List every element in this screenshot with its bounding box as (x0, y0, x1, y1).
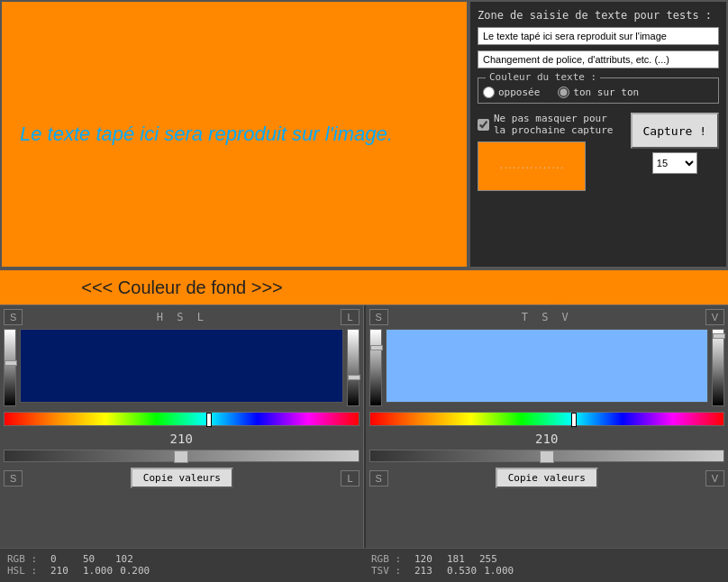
left-color-box[interactable] (20, 329, 343, 403)
left-bottom-s-btn[interactable]: S (4, 470, 23, 487)
left-vert-slider[interactable] (4, 329, 16, 406)
status-s-right: 0.530 (447, 565, 477, 577)
radio-ton-label[interactable]: ton sur ton (558, 86, 639, 98)
right-hue-bar[interactable] (369, 412, 725, 426)
status-g-right: 181 (447, 553, 472, 565)
right-swatch-row (369, 329, 725, 406)
right-v-slider-area (369, 329, 382, 406)
left-title: <<< Couleur de fond >>> (81, 277, 283, 298)
canvas-text: Le texte tapé ici sera reproduit sur l'i… (20, 123, 393, 146)
radio-opposee-label[interactable]: opposée (483, 86, 540, 98)
color-pickers: S H S L L 210 (0, 305, 728, 548)
left-hsl-label: H S L (23, 311, 341, 323)
left-top-s-btn[interactable]: S (4, 309, 23, 325)
status-g-left: 50 (83, 553, 108, 565)
left-picker-panel: S H S L L 210 (0, 305, 364, 548)
num-select[interactable]: 10 12 15 20 25 (652, 152, 697, 174)
right-bottom-v-btn[interactable]: V (705, 470, 724, 487)
color-group: Couleur du texte : opposée ton sur ton (478, 77, 719, 104)
left-hue-value: 210 (4, 432, 359, 446)
left-swatch-row (4, 329, 359, 406)
preview-box: ............... (478, 141, 586, 191)
left-h-slider[interactable] (4, 450, 359, 462)
status-s-left: 1.000 (83, 565, 113, 577)
left-v-slider-area (4, 329, 16, 406)
left-h-thumb (174, 450, 188, 463)
right-color-box[interactable] (386, 329, 709, 403)
left-hue-bar[interactable] (4, 412, 359, 426)
status-t-right: 213 (414, 565, 440, 577)
radio-row: opposée ton sur ton (483, 86, 714, 98)
mid-left: <<< Couleur de fond >>> (0, 270, 364, 305)
status-right: RGB : 120 181 255 TSV : 213 0.530 1.000 (364, 549, 728, 580)
status-r-left: 0 (50, 553, 76, 565)
right-picker-header: S T S V V (369, 309, 725, 325)
status-h-left: 210 (50, 565, 76, 577)
right-title: >>> Couleur opposée <<< (441, 277, 651, 298)
right-vert-slider-right[interactable] (712, 329, 724, 406)
right-vert-thumb (370, 345, 383, 350)
middle-band: <<< Couleur de fond >>> >>> Couleur oppo… (0, 270, 728, 305)
status-bar: RGB : 0 50 102 HSL : 210 1.000 0.200 RGB… (0, 548, 728, 580)
status-rgb-left-label: RGB : (7, 553, 43, 565)
canvas-area: Le texte tapé ici sera reproduit sur l'i… (0, 0, 469, 268)
status-l-left: 0.200 (120, 565, 150, 577)
left-vert-thumb (5, 360, 17, 366)
status-left: RGB : 0 50 102 HSL : 210 1.000 0.200 (0, 549, 364, 580)
zone-label: Zone de saisie de texte pour tests : (478, 9, 719, 22)
left-vert-slider-right[interactable] (347, 329, 359, 406)
left-picker-footer: S Copie valeurs L (4, 468, 359, 488)
right-picker-panel: S T S V V 210 (366, 305, 729, 548)
status-rgb-right-label: RGB : (371, 553, 407, 565)
status-hsl-left: HSL : 210 1.000 0.200 (7, 565, 357, 577)
text-input-1[interactable] (478, 27, 719, 45)
left-v-slider-right-area (347, 329, 359, 406)
left-bottom-l-btn[interactable]: L (341, 470, 359, 487)
right-hue-value: 210 (369, 432, 725, 446)
left-copy-btn[interactable]: Copie valeurs (131, 468, 233, 488)
capture-button[interactable]: Capture ! (631, 113, 719, 149)
text-input-2[interactable] (478, 50, 719, 68)
checkbox-row: Ne pas masquer pour la prochaine capture (478, 113, 623, 136)
right-hue-thumb (571, 413, 577, 427)
left-vert-right-thumb (348, 375, 360, 380)
right-top-v-btn[interactable]: V (705, 309, 724, 325)
status-v-right: 1.000 (484, 565, 514, 577)
right-vert-slider[interactable] (369, 329, 382, 406)
right-v-slider-right-area (712, 329, 724, 406)
radio-ton-sur-ton[interactable] (558, 86, 569, 98)
controls-panel: Zone de saisie de texte pour tests : Cou… (469, 0, 728, 268)
left-top-l-btn[interactable]: L (341, 309, 359, 325)
no-mask-checkbox[interactable] (478, 119, 489, 131)
status-rgb-left: RGB : 0 50 102 (7, 553, 357, 565)
right-h-slider[interactable] (369, 450, 725, 462)
status-b-right: 255 (479, 553, 505, 565)
right-top-s-btn[interactable]: S (369, 309, 388, 325)
right-bottom-s-btn[interactable]: S (369, 470, 388, 487)
status-tsv-right-label: TSV : (371, 565, 407, 577)
right-tsv-label: T S V (388, 311, 705, 323)
color-group-legend: Couleur du texte : (486, 71, 600, 83)
status-r-right: 120 (414, 553, 440, 565)
left-picker-header: S H S L L (4, 309, 359, 325)
preview-text: ............... (499, 162, 564, 170)
status-rgb-right: RGB : 120 181 255 (371, 553, 721, 565)
right-h-thumb (540, 450, 554, 463)
right-picker-footer: S Copie valeurs V (369, 468, 725, 488)
mid-right: >>> Couleur opposée <<< (364, 270, 728, 305)
status-tsv-right: TSV : 213 0.530 1.000 (371, 565, 721, 577)
status-hsl-left-label: HSL : (7, 565, 43, 577)
left-hue-thumb (206, 413, 212, 427)
right-vert-right-thumb (713, 333, 725, 339)
radio-opposee[interactable] (483, 86, 495, 98)
status-b-left: 102 (115, 553, 141, 565)
right-copy-btn[interactable]: Copie valeurs (496, 468, 598, 488)
capture-group: Capture ! 10 12 15 20 25 (631, 113, 719, 174)
